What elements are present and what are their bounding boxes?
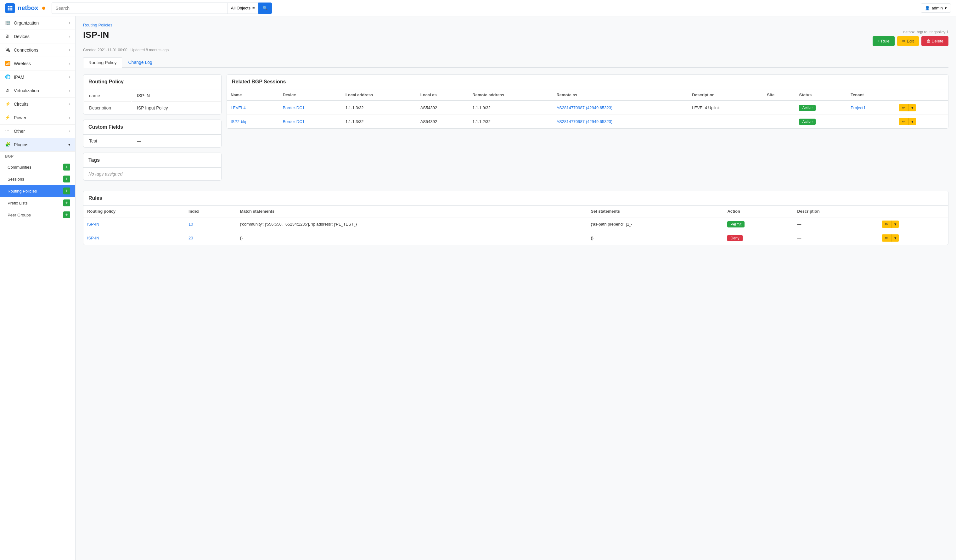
communities-add-button[interactable]: + bbox=[63, 164, 70, 170]
sidebar-item-power[interactable]: ⚡ Power › bbox=[0, 111, 75, 124]
sidebar-label-circuits: Circuits bbox=[14, 102, 28, 107]
search-button[interactable]: 🔍 bbox=[258, 3, 272, 14]
remote-as-link-2[interactable]: AS2814770987 (42949.65323) bbox=[557, 119, 612, 124]
sidebar-label-routing-policies: Routing Policies bbox=[8, 189, 37, 193]
session-name-link-isp2[interactable]: ISP2-bkp bbox=[231, 119, 247, 124]
col-remote-address: Remote address bbox=[469, 89, 553, 101]
tab-change-log[interactable]: Change Log bbox=[123, 57, 157, 67]
custom-fields-card: Custom Fields Test — bbox=[83, 120, 222, 148]
sidebar-label-organization: Organization bbox=[14, 20, 39, 25]
field-label-test: Test bbox=[84, 135, 131, 146]
rule-action-2: Deny bbox=[723, 231, 793, 245]
tags-header: Tags bbox=[83, 153, 221, 168]
sessions-add-button[interactable]: + bbox=[63, 176, 70, 182]
breadcrumb-link[interactable]: Routing Policies bbox=[83, 23, 112, 27]
edit-button[interactable]: ✏ Edit bbox=[897, 36, 919, 46]
sidebar-item-plugins[interactable]: 🧩 Plugins ▾ bbox=[0, 138, 75, 152]
sidebar-item-circuits[interactable]: ⚡ Circuits › bbox=[0, 98, 75, 111]
sidebar-item-routing-policies[interactable]: Routing Policies + bbox=[0, 185, 75, 197]
page-meta: Created 2021-11-01 00:00 · Updated 8 mon… bbox=[83, 48, 948, 52]
table-row: name ISP-IN bbox=[84, 90, 220, 102]
chevron-right-icon: › bbox=[69, 102, 70, 106]
sidebar-label-connections: Connections bbox=[14, 47, 38, 52]
sidebar-item-sessions[interactable]: Sessions + bbox=[0, 173, 75, 185]
edit-rule-1-button[interactable]: ✏ bbox=[882, 220, 892, 228]
tenant-link-1[interactable]: Project1 bbox=[851, 105, 866, 110]
logo-icon bbox=[5, 3, 15, 13]
peer-groups-add-button[interactable]: + bbox=[63, 211, 70, 218]
search-input[interactable] bbox=[52, 3, 228, 14]
sidebar-item-prefix-lists[interactable]: Prefix Lists + bbox=[0, 197, 75, 209]
rule-policy-link-2[interactable]: ISP-IN bbox=[87, 236, 99, 241]
dropdown-row-2-button[interactable]: ▾ bbox=[909, 118, 916, 125]
monitor-icon: 🖥 bbox=[5, 88, 11, 93]
table-row: LEVEL4 Border-DC1 1.1.1.3/32 AS54392 1.1… bbox=[227, 101, 948, 115]
search-filter-button[interactable]: All Objects ≡ bbox=[228, 3, 258, 14]
search-icon: 🔍 bbox=[263, 6, 268, 10]
dots-icon: ⋯ bbox=[5, 128, 11, 134]
sidebar-label-other: Other bbox=[14, 129, 25, 134]
tabs: Routing Policy Change Log bbox=[83, 57, 948, 68]
orange-dot bbox=[42, 6, 45, 10]
field-label-description: Description bbox=[84, 102, 131, 113]
bgp-sessions-header: Related BGP Sessions bbox=[227, 75, 948, 89]
rule-match-1: {'community': ['556:556', '65234:1235'],… bbox=[236, 217, 587, 231]
custom-fields-header: Custom Fields bbox=[83, 120, 221, 135]
col-description: Description bbox=[688, 89, 763, 101]
device-link-border-dc1-2[interactable]: Border-DC1 bbox=[283, 119, 304, 124]
plug-icon: 🔌 bbox=[5, 47, 11, 53]
device-link-border-dc1[interactable]: Border-DC1 bbox=[283, 105, 304, 110]
table-row: ISP2-bkp Border-DC1 1.1.1.3/32 AS54392 1… bbox=[227, 115, 948, 129]
routing-policy-card: Routing Policy name ISP-IN Description I… bbox=[83, 74, 222, 115]
bolt-icon: ⚡ bbox=[5, 101, 11, 107]
dropdown-rule-2-button[interactable]: ▾ bbox=[892, 234, 899, 242]
table-row: Test — bbox=[84, 135, 220, 146]
status-2: Active bbox=[795, 115, 847, 129]
delete-button[interactable]: 🗑 Delete bbox=[921, 36, 948, 46]
local-address-2: 1.1.1.3/32 bbox=[342, 115, 417, 129]
page-actions: + Rule ✏ Edit 🗑 Delete bbox=[873, 36, 948, 46]
rules-header: Rules bbox=[83, 191, 948, 206]
sidebar-item-devices[interactable]: 🖥 Devices › bbox=[0, 30, 75, 43]
sidebar-label-wireless: Wireless bbox=[14, 61, 31, 66]
sidebar-item-other[interactable]: ⋯ Other › bbox=[0, 124, 75, 138]
sidebar-item-wireless[interactable]: 📶 Wireless › bbox=[0, 57, 75, 71]
col-description: Description bbox=[793, 206, 878, 217]
prefix-lists-add-button[interactable]: + bbox=[63, 200, 70, 206]
session-name-link-level4[interactable]: LEVEL4 bbox=[231, 105, 246, 110]
chevron-right-icon: › bbox=[69, 34, 70, 39]
brand-label: netbox bbox=[17, 5, 38, 12]
netbox-ref: netbox_bgp.routingpolicy:1 bbox=[873, 30, 948, 34]
brand-logo[interactable]: netbox bbox=[5, 3, 45, 13]
edit-rule-2-button[interactable]: ✏ bbox=[882, 234, 892, 242]
sidebar-item-connections[interactable]: 🔌 Connections › bbox=[0, 43, 75, 57]
routing-policies-add-button[interactable]: + bbox=[63, 187, 70, 194]
edit-row-1-button[interactable]: ✏ bbox=[899, 104, 909, 112]
main-content: Routing Policies ISP-IN netbox_bgp.routi… bbox=[75, 16, 956, 560]
sidebar-item-ipam[interactable]: 🌐 IPAM › bbox=[0, 71, 75, 84]
routing-policy-card-header: Routing Policy bbox=[83, 75, 221, 89]
tab-routing-policy[interactable]: Routing Policy bbox=[83, 57, 122, 68]
add-rule-button[interactable]: + Rule bbox=[873, 36, 895, 46]
rule-index-link-1[interactable]: 10 bbox=[189, 222, 193, 227]
sidebar-item-organization[interactable]: 🏢 Organization › bbox=[0, 16, 75, 30]
sidebar-label-devices: Devices bbox=[14, 34, 30, 39]
sidebar-item-communities[interactable]: Communities + bbox=[0, 161, 75, 173]
dropdown-rule-1-button[interactable]: ▾ bbox=[892, 220, 899, 228]
filter-icon: ≡ bbox=[252, 6, 255, 10]
dropdown-row-1-button[interactable]: ▾ bbox=[909, 104, 916, 112]
sidebar-item-peer-groups[interactable]: Peer Groups + bbox=[0, 209, 75, 221]
edit-row-2-button[interactable]: ✏ bbox=[899, 118, 909, 125]
local-as-2: AS54392 bbox=[417, 115, 469, 129]
remote-address-2: 1.1.1.2/32 bbox=[469, 115, 553, 129]
rule-index-link-2[interactable]: 20 bbox=[189, 236, 193, 241]
admin-label: admin bbox=[932, 6, 943, 10]
remote-as-link-1[interactable]: AS2814770987 (42949.65323) bbox=[557, 105, 612, 110]
chevron-right-icon: › bbox=[69, 61, 70, 66]
field-value-description: ISP Input Policy bbox=[132, 102, 220, 113]
sidebar-item-virtualization[interactable]: 🖥 Virtualization › bbox=[0, 84, 75, 98]
admin-button[interactable]: 👤 admin ▾ bbox=[921, 3, 951, 13]
chevron-right-icon: › bbox=[69, 129, 70, 134]
rule-policy-link-1[interactable]: ISP-IN bbox=[87, 222, 99, 227]
field-value-name: ISP-IN bbox=[132, 90, 220, 102]
